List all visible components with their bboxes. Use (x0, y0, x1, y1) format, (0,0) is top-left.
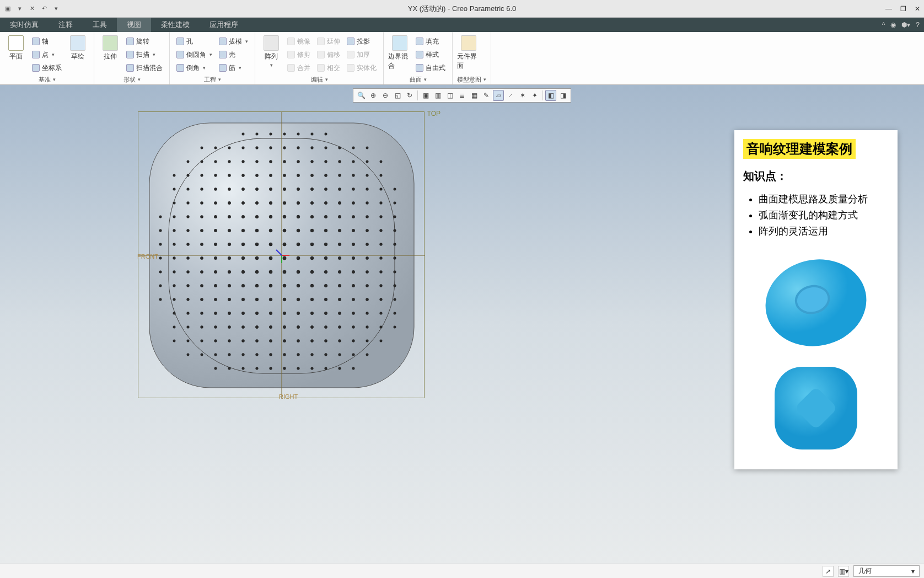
repaint-icon[interactable]: ▣ (420, 90, 431, 101)
svg-point-223 (241, 312, 244, 314)
svg-point-91 (394, 202, 396, 205)
fill-button[interactable]: 填充 (413, 35, 448, 47)
plane-icon (8, 35, 24, 51)
hole-button[interactable]: 孔 (174, 35, 214, 47)
group-shape-label[interactable]: 形状 (99, 74, 165, 84)
close-button[interactable]: ✕ (913, 4, 922, 13)
extrude-button[interactable]: 拉伸 (99, 34, 122, 61)
tab-view[interactable]: 视图 (117, 18, 151, 32)
datum-csys-toggle-icon[interactable]: ✦ (529, 90, 540, 101)
svg-point-90 (380, 202, 383, 205)
csys-button[interactable]: 坐标系 (30, 62, 64, 74)
model-render[interactable] (138, 112, 425, 399)
zoom-in-icon[interactable]: ⊕ (368, 90, 379, 101)
component-interface-button[interactable]: 元件界面 (457, 34, 480, 71)
svg-point-29 (214, 160, 217, 163)
rib-button[interactable]: 筋 (217, 62, 250, 74)
status-bar: ↗ ▥▾ 几何 ▾ (0, 564, 924, 578)
svg-point-19 (270, 147, 272, 149)
group-intent-label[interactable]: 模型意图 (457, 74, 486, 84)
pattern-button[interactable]: 阵列 ▾ (260, 34, 283, 68)
settings-icon[interactable]: ⬢▾ (901, 21, 910, 29)
minimize-button[interactable]: — (884, 4, 893, 13)
axis-button[interactable]: 轴 (30, 35, 64, 47)
chamfer-button[interactable]: 倒角 (174, 62, 214, 74)
perspective-icon[interactable]: ◨ (557, 90, 568, 101)
status-spin-icon[interactable]: ↗ (823, 566, 834, 577)
svg-point-110 (159, 229, 162, 232)
svg-point-21 (297, 147, 300, 149)
reference-image-1 (758, 248, 874, 352)
help-icon[interactable]: ? (916, 21, 920, 29)
plane-button[interactable]: 平面 (4, 34, 28, 61)
merge-icon (287, 64, 295, 72)
spin-icon[interactable]: ↻ (404, 90, 415, 101)
svg-point-136 (269, 243, 272, 246)
collapse-ribbon-icon[interactable]: ^ (882, 21, 885, 29)
qat-close-icon[interactable]: ✕ (28, 4, 36, 13)
qat-save-icon[interactable]: ▣ (3, 4, 12, 13)
svg-point-156 (297, 256, 300, 260)
tab-simulation[interactable]: 实时仿真 (0, 18, 49, 32)
qat-new-icon[interactable]: ▾ (15, 4, 24, 13)
swept-blend-button[interactable]: 扫描混合 (124, 62, 165, 74)
tab-tools[interactable]: 工具 (83, 18, 117, 32)
svg-point-150 (214, 256, 217, 259)
zoom-sel-icon[interactable]: ◱ (392, 90, 403, 101)
qat-undo-icon[interactable]: ↶ (40, 4, 49, 13)
svg-point-182 (159, 285, 162, 287)
svg-point-224 (255, 312, 258, 314)
tab-flex-modeling[interactable]: 柔性建模 (151, 18, 200, 32)
point-button[interactable]: 点 (30, 49, 64, 61)
boundary-blend-button[interactable]: 边界混合 (388, 34, 411, 71)
svg-point-50 (283, 174, 286, 176)
offset-button: 偏移 (315, 49, 342, 61)
group-engineering-label[interactable]: 工程 (174, 74, 250, 84)
datum-plane-toggle-icon[interactable]: ▱ (493, 90, 504, 101)
qat-more-icon[interactable]: ▾ (52, 4, 61, 13)
svg-point-39 (352, 160, 355, 163)
revolve-button[interactable]: 旋转 (124, 35, 165, 47)
svg-point-112 (187, 229, 190, 232)
sketch-button[interactable]: 草绘 (66, 34, 89, 61)
tab-applications[interactable]: 应用程序 (200, 18, 248, 32)
svg-point-242 (269, 325, 272, 328)
maximize-button[interactable]: ❐ (899, 4, 907, 13)
user-icon[interactable]: ◉ (890, 21, 896, 29)
group-edit-label[interactable]: 编辑 (260, 74, 379, 84)
layers-icon[interactable]: ≣ (456, 90, 468, 101)
svg-point-37 (325, 160, 327, 163)
shell-button[interactable]: 壳 (217, 49, 250, 61)
style-button[interactable]: 样式 (413, 49, 448, 61)
svg-point-171 (255, 270, 259, 274)
plane-label: 平面 (9, 52, 23, 61)
project-button[interactable]: 投影 (345, 35, 379, 47)
draft-button[interactable]: 拔模 (217, 35, 250, 47)
group-datum-label[interactable]: 基准 (4, 74, 89, 84)
swept-blend-icon (126, 64, 134, 72)
datum-axis-toggle-icon[interactable]: ⟋ (505, 90, 516, 101)
zoom-out-icon[interactable]: ⊖ (380, 90, 391, 101)
sel-filter-icon[interactable]: ▦ (469, 90, 480, 101)
svg-point-237 (201, 326, 203, 329)
ribbon-group-surface: 边界混合 填充 样式 自由式 曲面 (384, 32, 453, 84)
svg-point-260 (283, 339, 286, 342)
status-display-icon[interactable]: ▥▾ (838, 566, 849, 577)
display-style-icon[interactable]: ◧ (545, 90, 556, 101)
selection-filter-dropdown[interactable]: 几何 ▾ (853, 565, 920, 577)
round-button[interactable]: 倒圆角 (174, 49, 214, 61)
annot-toggle-icon[interactable]: ✎ (481, 90, 492, 101)
sweep-button[interactable]: 扫描 (124, 49, 165, 61)
svg-point-72 (366, 188, 369, 191)
datum-point-toggle-icon[interactable]: ✶ (517, 90, 528, 101)
svg-point-149 (200, 256, 203, 259)
group-surface-label[interactable]: 曲面 (388, 74, 448, 84)
refit-icon[interactable]: 🔍 (356, 90, 367, 101)
svg-point-12 (311, 133, 314, 136)
view-mgr-icon[interactable]: ◫ (444, 90, 455, 101)
tab-annotate[interactable]: 注释 (49, 18, 83, 32)
svg-point-93 (173, 216, 176, 218)
graphics-viewport[interactable]: 🔍 ⊕ ⊖ ◱ ↻ ▣ ▥ ◫ ≣ ▦ ✎ ▱ ⟋ ✶ ✦ ◧ ◨ TOP FR… (0, 85, 924, 564)
named-views-icon[interactable]: ▥ (432, 90, 443, 101)
freestyle-button[interactable]: 自由式 (413, 62, 448, 74)
